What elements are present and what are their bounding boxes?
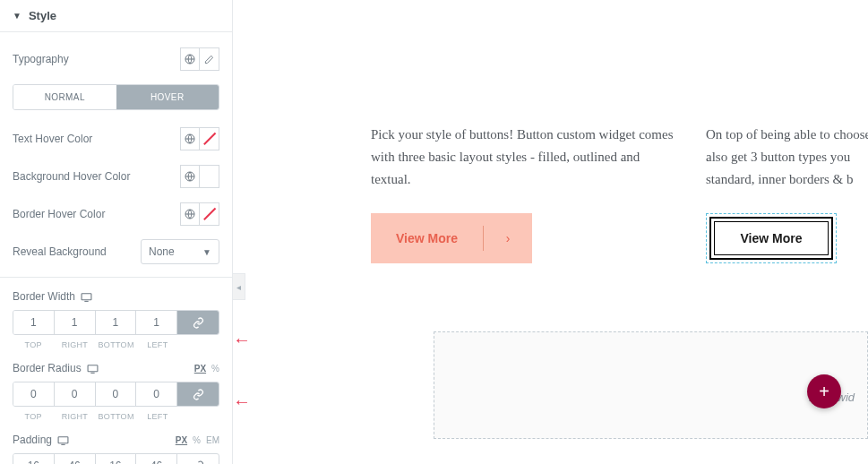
- border-radius-label-row: Border Radius PX %: [13, 362, 219, 374]
- unit-percent[interactable]: %: [211, 364, 219, 374]
- border-radius-inputs: [13, 382, 219, 407]
- typography-row: Typography: [13, 47, 219, 72]
- globe-icon[interactable]: [180, 47, 200, 71]
- border-width-label-row: Border Width: [13, 290, 219, 303]
- style-panel: ▼ Style Typography NORMAL HOVER Text Hov…: [0, 0, 233, 464]
- select-value: None: [149, 245, 175, 258]
- padding-right[interactable]: [55, 454, 95, 464]
- link-values-button[interactable]: [177, 311, 219, 334]
- section-title: Style: [29, 9, 56, 22]
- padding-label: Padding: [13, 434, 52, 446]
- view-more-button-bordered[interactable]: View More: [706, 213, 837, 263]
- border-width-sublabels: TOPRIGHTBOTTOMLEFT: [13, 340, 219, 349]
- text-hover-color-row: Text Hover Color: [13, 126, 219, 151]
- color-swatch[interactable]: [200, 165, 219, 188]
- border-width-left[interactable]: [136, 311, 176, 334]
- reveal-bg-label: Reveal Background: [13, 245, 141, 258]
- card-description-2: On top of being able to choose also get …: [706, 124, 868, 190]
- border-radius-label: Border Radius: [13, 362, 82, 374]
- add-section-button[interactable]: +: [807, 374, 841, 408]
- padding-left[interactable]: [136, 454, 176, 464]
- panel-collapse-handle[interactable]: ◂: [233, 273, 245, 300]
- border-radius-left[interactable]: [136, 382, 176, 406]
- border-radius-sublabels: TOPRIGHTBOTTOMLEFT: [13, 412, 219, 421]
- pencil-icon[interactable]: [200, 47, 219, 71]
- button-label: View More: [371, 226, 484, 251]
- reveal-bg-row: Reveal Background None ▼: [13, 239, 219, 264]
- button-label: View More: [714, 221, 829, 255]
- card-description-1: Pick your style of buttons! Button custo…: [371, 124, 681, 190]
- style-section-body: Typography NORMAL HOVER Text Hover Color: [0, 32, 232, 464]
- tab-hover[interactable]: HOVER: [116, 85, 219, 109]
- editor-canvas: Pick your style of buttons! Button custo…: [245, 0, 868, 464]
- globe-icon[interactable]: [180, 127, 200, 150]
- unit-percent[interactable]: %: [193, 435, 201, 445]
- border-radius-right[interactable]: [55, 382, 95, 406]
- globe-icon[interactable]: [180, 165, 200, 188]
- link-values-button[interactable]: [177, 454, 219, 464]
- no-color-icon[interactable]: [200, 202, 219, 226]
- responsive-icon[interactable]: [87, 364, 99, 374]
- unit-px[interactable]: PX: [194, 364, 206, 374]
- padding-inputs: [13, 453, 219, 464]
- border-width-inputs: [13, 310, 219, 335]
- no-color-icon[interactable]: [200, 127, 219, 150]
- chevron-down-icon: ▼: [202, 247, 211, 257]
- state-tabs: NORMAL HOVER: [13, 84, 219, 110]
- bg-hover-color-label: Background Hover Color: [13, 170, 180, 183]
- border-width-bottom[interactable]: [96, 311, 136, 334]
- padding-label-row: Padding PX % EM: [13, 434, 219, 446]
- border-width-right[interactable]: [55, 311, 95, 334]
- border-radius-bottom[interactable]: [96, 382, 136, 406]
- svg-rect-4: [82, 293, 91, 299]
- chevron-left-icon: ◂: [236, 282, 241, 292]
- text-hover-color-label: Text Hover Color: [13, 133, 180, 145]
- border-width-label: Border Width: [13, 290, 75, 303]
- border-hover-color-row: Border Hover Color: [13, 202, 219, 227]
- view-more-button-filled[interactable]: View More ›: [371, 213, 532, 263]
- tab-normal[interactable]: NORMAL: [13, 85, 116, 109]
- link-values-button[interactable]: [177, 382, 219, 406]
- unit-em[interactable]: EM: [206, 435, 219, 445]
- globe-icon[interactable]: [180, 202, 200, 226]
- plus-icon: +: [819, 382, 829, 402]
- padding-top[interactable]: [13, 454, 54, 464]
- chevron-right-icon: ›: [484, 231, 532, 245]
- border-hover-color-label: Border Hover Color: [13, 208, 180, 220]
- responsive-icon[interactable]: [81, 292, 92, 302]
- unit-px[interactable]: PX: [176, 435, 187, 445]
- caret-down-icon: ▼: [13, 11, 21, 21]
- reveal-bg-select[interactable]: None ▼: [141, 239, 219, 264]
- widget-dropzone[interactable]: Drag wid: [434, 331, 868, 439]
- typography-label: Typography: [13, 53, 180, 65]
- bg-hover-color-row: Background Hover Color: [13, 164, 219, 189]
- style-section-header[interactable]: ▼ Style: [0, 0, 232, 32]
- svg-rect-6: [58, 436, 68, 443]
- border-radius-top[interactable]: [13, 382, 54, 406]
- border-width-top[interactable]: [13, 311, 54, 334]
- responsive-icon[interactable]: [57, 435, 69, 445]
- padding-bottom[interactable]: [96, 454, 136, 464]
- svg-rect-5: [88, 365, 98, 371]
